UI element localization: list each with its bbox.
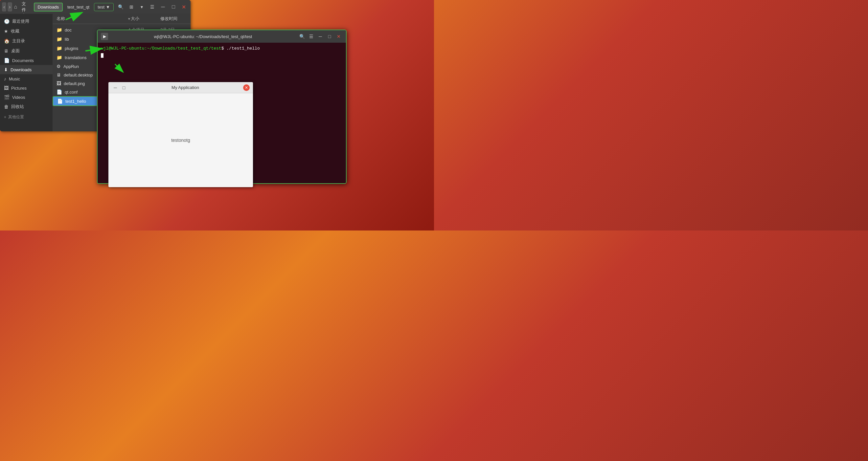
sidebar-item-home[interactable]: 🏠 主目录 (0, 36, 53, 46)
terminal-line: wjl@WJL-PC-ubuntu:~/Downloads/test_test_… (101, 46, 343, 51)
file-list-header: 名称 ▼ 大小 修改时间 (53, 14, 191, 24)
home-icon: 🏠 (4, 38, 9, 44)
myapp-body: testonotg (108, 93, 253, 187)
executable-icon: ⚙ (57, 64, 61, 69)
forward-button[interactable]: › (7, 2, 12, 11)
terminal-actions: 🔍 ☰ ─ □ ✕ (298, 33, 343, 40)
sidebar: 🕐 最近使用 ★ 收藏 🏠 主目录 🖥 桌面 📄 Documents ⬇ D (0, 14, 53, 131)
back-button[interactable]: ‹ (2, 2, 6, 11)
sort-arrow-icon: ▼ (127, 17, 131, 21)
sidebar-label-recent: 最近使用 (12, 19, 29, 24)
terminal-maximize-button[interactable]: □ (326, 33, 334, 40)
music-icon: ♪ (4, 76, 6, 81)
view-dropdown-button[interactable]: ▾ (137, 2, 147, 11)
tab-test-test-qt[interactable]: test_test_qt (64, 3, 93, 11)
menu-button[interactable]: ☰ (148, 2, 157, 11)
view-grid-button[interactable]: ⊞ (127, 2, 136, 11)
videos-icon: 🎬 (4, 95, 9, 100)
minimize-button[interactable]: ─ (158, 2, 167, 11)
close-button[interactable]: ✕ (179, 2, 189, 11)
terminal-close-button[interactable]: ✕ (335, 33, 343, 40)
folder-icon: 📁 (57, 46, 62, 51)
terminal-path: :~/Downloads/test_test_qt/test (145, 46, 221, 51)
titlebar-actions: 🔍 ⊞ ▾ ☰ ─ □ ✕ (116, 2, 189, 11)
terminal-app-icon: ▶ (101, 33, 108, 40)
home-button[interactable]: ⌂ (13, 2, 18, 11)
sidebar-label-trash: 回收站 (11, 104, 24, 110)
sidebar-item-favorites[interactable]: ★ 收藏 (0, 26, 53, 36)
maximize-button[interactable]: □ (169, 2, 178, 11)
sidebar-item-trash[interactable]: 🗑 回收站 (0, 102, 53, 112)
chevron-down-icon: ▼ (106, 5, 110, 9)
sidebar-label-other: 其他位置 (8, 114, 24, 120)
myapp-maximize-button[interactable]: □ (120, 84, 127, 91)
myapp-content-text: testonotg (171, 138, 190, 143)
myapp-close-group: ✕ (243, 85, 250, 91)
terminal-search-button[interactable]: 🔍 (298, 33, 306, 40)
terminal-cursor-line (101, 53, 343, 58)
terminal-command: $ ./test1_hello (221, 46, 260, 51)
sidebar-other-locations[interactable]: + 其他位置 (0, 113, 53, 121)
myapp-window: ─ □ My Application ✕ testonotg (108, 82, 253, 187)
sidebar-item-videos[interactable]: 🎬 Videos (0, 93, 53, 102)
terminal-titlebar: ▶ wjl@WJL-PC-ubuntu: ~/Downloads/test_te… (98, 30, 346, 43)
search-button[interactable]: 🔍 (116, 2, 125, 11)
terminal-title: wjl@WJL-PC-ubuntu: ~/Downloads/test_test… (111, 34, 296, 39)
myapp-title: My Application (127, 85, 243, 90)
sidebar-label-videos: Videos (12, 95, 25, 100)
star-icon: ★ (4, 29, 8, 34)
documents-icon: 📄 (4, 58, 9, 63)
sidebar-item-pictures[interactable]: 🖼 Pictures (0, 84, 53, 93)
folder-icon: 📁 (57, 55, 62, 60)
sidebar-item-downloads[interactable]: ⬇ Downloads (0, 65, 53, 74)
file-manager-titlebar: ‹ › ⌂ 主文件夹 Downloads test_test_qt test ▼… (0, 0, 191, 14)
trash-icon: 🗑 (4, 104, 8, 109)
binary-file-icon: 📄 (57, 99, 63, 104)
terminal-cursor (101, 53, 103, 58)
myapp-window-buttons: ─ □ (112, 84, 127, 91)
terminal-minimize-button[interactable]: ─ (316, 33, 324, 40)
clock-icon: 🕐 (4, 19, 9, 24)
col-header-date: 修改时间 (160, 16, 187, 22)
myapp-minimize-button[interactable]: ─ (112, 84, 119, 91)
sidebar-label-documents: Documents (12, 58, 34, 63)
sidebar-label-pictures: Pictures (11, 86, 27, 91)
folder-icon: 📁 (57, 36, 62, 42)
desktop-icon: 🖥 (4, 48, 8, 54)
pictures-icon: 🖼 (4, 86, 8, 91)
col-header-name: 名称 (57, 16, 126, 22)
sidebar-label-home: 主目录 (12, 38, 25, 44)
plus-icon: + (4, 115, 6, 120)
tab-test[interactable]: test ▼ (94, 3, 114, 11)
myapp-close-button[interactable]: ✕ (243, 85, 250, 91)
sidebar-label-music: Music (9, 76, 20, 81)
sidebar-item-desktop[interactable]: 🖥 桌面 (0, 46, 53, 56)
myapp-titlebar: ─ □ My Application ✕ (108, 82, 253, 93)
downloads-icon: ⬇ (4, 67, 8, 72)
col-header-size: 大小 (131, 16, 160, 22)
sidebar-label-downloads: Downloads (10, 67, 32, 72)
terminal-prompt: wjl@WJL-PC-ubuntu (101, 46, 145, 51)
sidebar-item-music[interactable]: ♪ Music (0, 74, 53, 84)
terminal-menu-button[interactable]: ☰ (307, 33, 315, 40)
sidebar-item-recent[interactable]: 🕐 最近使用 (0, 17, 53, 26)
sidebar-item-documents[interactable]: 📄 Documents (0, 56, 53, 65)
image-file-icon: 🖼 (57, 81, 61, 86)
config-file-icon: 📄 (57, 89, 62, 95)
folder-icon: 📁 (57, 27, 62, 33)
sidebar-label-desktop: 桌面 (11, 48, 20, 54)
tab-downloads[interactable]: Downloads (34, 3, 63, 11)
desktop-file-icon: 🖥 (57, 72, 61, 77)
sidebar-label-favorites: 收藏 (11, 28, 20, 34)
